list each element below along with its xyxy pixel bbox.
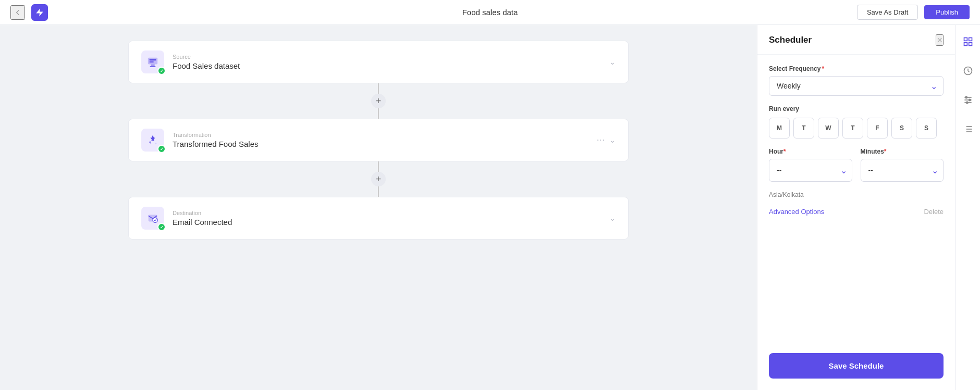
source-chevron-icon[interactable]: ⌄	[609, 58, 616, 66]
day-button-wed[interactable]: W	[818, 118, 839, 139]
connector-1: +	[371, 83, 386, 119]
frequency-group: Select Frequency* Hourly Daily Weekly Mo…	[769, 65, 944, 96]
svg-point-18	[966, 102, 967, 103]
main-content: Source Food Sales dataset ⌄ +	[0, 25, 980, 390]
delete-link[interactable]: Delete	[924, 208, 944, 216]
timezone-text: Asia/Kolkata	[769, 191, 944, 198]
source-status-dot	[157, 67, 166, 75]
destination-actions: ⌄	[609, 214, 616, 222]
minutes-group: Minutes* -- 0015 3045 ⌄	[861, 148, 944, 182]
destination-icon-wrapper	[141, 207, 164, 230]
destination-type-label: Destination	[173, 210, 601, 216]
transformation-chevron-icon[interactable]: ⌄	[609, 136, 616, 144]
destination-text: Destination Email Connected	[173, 210, 601, 227]
transformation-text: Transformation Transformed Food Sales	[173, 132, 589, 148]
frequency-label: Select Frequency*	[769, 65, 944, 72]
day-button-sat[interactable]: S	[891, 118, 912, 139]
svg-rect-1	[148, 58, 157, 65]
day-button-tue[interactable]: T	[793, 118, 814, 139]
svg-rect-4	[151, 65, 154, 67]
sidebar-grid-icon[interactable]	[959, 32, 977, 51]
connector-line-bottom-2	[378, 186, 379, 197]
minutes-select-wrapper: -- 0015 3045 ⌄	[861, 159, 944, 182]
source-text: Source Food Sales dataset	[173, 54, 601, 70]
transformation-more-icon[interactable]: ···	[597, 135, 605, 145]
minutes-select[interactable]: -- 0015 3045	[861, 159, 944, 182]
header-actions: Save As Draft Publish	[857, 5, 970, 20]
day-button-thu[interactable]: T	[842, 118, 863, 139]
header: Food sales data Save As Draft Publish	[0, 0, 980, 25]
source-actions: ⌄	[609, 58, 616, 66]
transformation-node[interactable]: Transformation Transformed Food Sales ··…	[128, 119, 629, 161]
sidebar-clock-icon[interactable]	[959, 61, 977, 80]
scheduler-close-button[interactable]: ×	[936, 34, 944, 46]
svg-rect-2	[150, 59, 156, 61]
add-node-button-2[interactable]: +	[371, 172, 386, 186]
destination-node[interactable]: Destination Email Connected ⌄	[128, 197, 629, 240]
source-node[interactable]: Source Food Sales dataset ⌄	[128, 41, 629, 83]
run-every-section: Run every M T W T F S S	[769, 105, 944, 139]
svg-rect-5	[150, 66, 156, 67]
svg-marker-0	[36, 8, 43, 16]
source-icon	[147, 56, 158, 68]
day-button-sun[interactable]: S	[916, 118, 937, 139]
svg-rect-11	[969, 43, 972, 46]
sidebar-list-icon[interactable]	[959, 120, 977, 139]
scheduler-body: Select Frequency* Hourly Daily Weekly Mo…	[757, 55, 955, 346]
pipeline-canvas: Source Food Sales dataset ⌄ +	[0, 25, 757, 390]
destination-icon	[147, 212, 158, 224]
advanced-row: Advanced Options Delete	[769, 208, 944, 216]
destination-status-dot	[157, 223, 166, 231]
run-every-label: Run every	[769, 105, 944, 112]
transformation-name: Transformed Food Sales	[173, 140, 589, 148]
minutes-label: Minutes*	[861, 148, 944, 155]
save-schedule-wrapper: Save Schedule	[757, 346, 955, 390]
publish-button[interactable]: Publish	[924, 5, 970, 19]
source-icon-wrapper	[141, 51, 164, 73]
sidebar-sliders-icon[interactable]	[959, 91, 977, 109]
scheduler-title: Scheduler	[769, 35, 812, 45]
destination-chevron-icon[interactable]: ⌄	[609, 214, 616, 222]
destination-name: Email Connected	[173, 218, 601, 227]
source-name: Food Sales dataset	[173, 61, 601, 70]
hour-select[interactable]: -- 000102 030405 060708 091011 121314 15…	[769, 159, 852, 182]
connector-line-top-1	[378, 83, 379, 94]
source-type-label: Source	[173, 54, 601, 60]
transformation-type-label: Transformation	[173, 132, 589, 138]
hour-label: Hour*	[769, 148, 852, 155]
back-button[interactable]	[10, 5, 25, 20]
time-row: Hour* -- 000102 030405 060708 091011 121…	[769, 148, 944, 182]
transformation-status-dot	[157, 145, 166, 153]
svg-point-17	[969, 99, 970, 100]
scheduler-header: Scheduler ×	[757, 25, 955, 55]
svg-rect-3	[150, 61, 154, 62]
app-logo	[31, 4, 48, 21]
svg-rect-8	[964, 38, 967, 41]
connector-2: +	[371, 161, 386, 197]
transformation-actions: ··· ⌄	[597, 135, 616, 145]
advanced-options-link[interactable]: Advanced Options	[769, 208, 824, 216]
hour-select-wrapper: -- 000102 030405 060708 091011 121314 15…	[769, 159, 852, 182]
svg-point-16	[965, 96, 967, 98]
svg-rect-9	[969, 38, 972, 41]
svg-rect-10	[964, 43, 967, 46]
day-button-fri[interactable]: F	[867, 118, 888, 139]
save-draft-button[interactable]: Save As Draft	[857, 5, 918, 20]
connector-line-bottom-1	[378, 108, 379, 119]
save-schedule-button[interactable]: Save Schedule	[769, 353, 944, 379]
header-left	[10, 4, 48, 21]
page-title: Food sales data	[462, 8, 518, 17]
days-row: M T W T F S S	[769, 118, 944, 139]
hour-group: Hour* -- 000102 030405 060708 091011 121…	[769, 148, 852, 182]
right-sidebar	[955, 25, 980, 390]
transformation-icon	[147, 134, 158, 146]
add-node-button-1[interactable]: +	[371, 94, 386, 108]
transformation-icon-wrapper	[141, 129, 164, 152]
day-button-mon[interactable]: M	[769, 118, 790, 139]
frequency-select-wrapper: Hourly Daily Weekly Monthly ⌄	[769, 76, 944, 96]
frequency-select[interactable]: Hourly Daily Weekly Monthly	[769, 76, 944, 96]
scheduler-panel: Scheduler × Select Frequency* Hourly Dai…	[757, 25, 955, 390]
connector-line-top-2	[378, 161, 379, 172]
